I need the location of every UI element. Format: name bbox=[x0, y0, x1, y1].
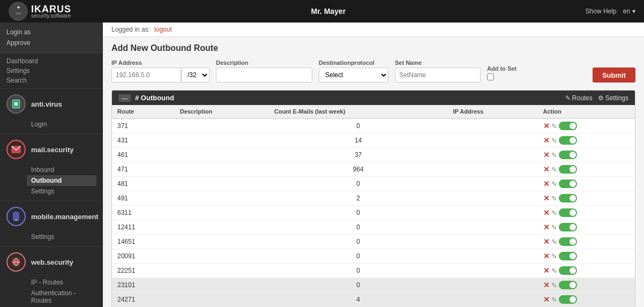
add-to-set-group: Add to Set bbox=[487, 65, 516, 83]
sidebar-item-web[interactable]: web.security bbox=[0, 247, 103, 277]
cell-description bbox=[175, 278, 269, 293]
sidebar-item-mobile[interactable]: mobile.management bbox=[0, 201, 103, 231]
col-ip: IP Address bbox=[447, 105, 537, 118]
cidr-select[interactable]: /32 /24 /16 /8 bbox=[181, 68, 209, 83]
sidebar-search-link[interactable]: Search bbox=[6, 76, 96, 85]
antivirus-sub: Login bbox=[0, 119, 103, 134]
toggle-switch[interactable] bbox=[559, 136, 577, 145]
toggle-switch[interactable] bbox=[559, 208, 577, 217]
set-name-input[interactable] bbox=[395, 68, 481, 83]
antivirus-icon bbox=[6, 94, 26, 114]
table-row: 491 2 ✕ ✎ bbox=[112, 191, 635, 206]
sidebar-item-mail[interactable]: mail.security bbox=[0, 134, 103, 164]
cell-count: 0 bbox=[269, 235, 448, 249]
delete-button[interactable]: ✕ bbox=[543, 237, 550, 246]
edit-button[interactable]: ✎ bbox=[551, 252, 557, 260]
edit-button[interactable]: ✎ bbox=[551, 281, 557, 289]
description-input[interactable] bbox=[216, 68, 312, 83]
edit-button[interactable]: ✎ bbox=[551, 166, 557, 174]
routes-link[interactable]: ✎ Routes bbox=[565, 94, 593, 102]
delete-button[interactable]: ✕ bbox=[543, 208, 550, 217]
toggle-switch[interactable] bbox=[559, 252, 577, 260]
toggle-switch[interactable] bbox=[559, 295, 577, 304]
delete-button[interactable]: ✕ bbox=[543, 194, 550, 203]
toggle-switch[interactable] bbox=[559, 179, 577, 188]
cell-description bbox=[175, 293, 269, 307]
toggle-switch[interactable] bbox=[559, 223, 577, 231]
sidebar-antivirus-login[interactable]: Login bbox=[31, 119, 96, 130]
sidebar-mail-settings-link[interactable]: Settings bbox=[31, 186, 96, 197]
sidebar-approve-link[interactable]: Approve bbox=[6, 38, 96, 48]
cell-route: 481 bbox=[112, 177, 175, 191]
sidebar-item-antivirus[interactable]: anti.virus bbox=[0, 89, 103, 119]
language-selector[interactable]: en ▾ bbox=[623, 8, 635, 15]
col-route: Route bbox=[112, 105, 175, 118]
sidebar-dashboard-link[interactable]: Dashboard bbox=[6, 56, 96, 66]
destination-protocol-label: Destinationprotocol bbox=[319, 59, 388, 66]
table-row: 471 964 ✕ ✎ bbox=[112, 162, 635, 177]
edit-button[interactable]: ✎ bbox=[551, 238, 557, 246]
table-head: Route Description Count E-Mails (last we… bbox=[112, 105, 635, 118]
toggle-switch[interactable] bbox=[559, 151, 577, 159]
sidebar-ip-routes-link[interactable]: IP - Routes bbox=[31, 277, 96, 288]
edit-button[interactable]: ✎ bbox=[551, 194, 557, 203]
show-help-link[interactable]: Show Help bbox=[586, 8, 617, 15]
settings-link[interactable]: ⚙ Settings bbox=[598, 94, 628, 102]
sidebar-settings-link[interactable]: Settings bbox=[6, 66, 96, 76]
delete-button[interactable]: ✕ bbox=[543, 165, 550, 174]
action-group: ✕ ✎ bbox=[543, 208, 630, 217]
edit-button[interactable]: ✎ bbox=[551, 267, 557, 275]
toggle-switch[interactable] bbox=[559, 122, 577, 130]
toggle-switch[interactable] bbox=[559, 165, 577, 174]
edit-button[interactable]: ✎ bbox=[551, 122, 557, 130]
logo: ✦ IKR IKARUS security.software bbox=[9, 2, 71, 21]
sidebar-login-as-link[interactable]: Login as bbox=[6, 27, 96, 38]
description-group: Description bbox=[216, 59, 312, 83]
cell-action: ✕ ✎ bbox=[538, 206, 635, 220]
edit-button[interactable]: ✎ bbox=[551, 209, 557, 217]
cell-route: 24271 bbox=[112, 293, 175, 307]
submit-button[interactable]: Submit bbox=[593, 68, 635, 83]
ip-address-input[interactable] bbox=[111, 68, 181, 83]
toggle-switch[interactable] bbox=[559, 281, 577, 289]
toggle-switch[interactable] bbox=[559, 266, 577, 275]
edit-button[interactable]: ✎ bbox=[551, 180, 557, 188]
sidebar-inbound-link[interactable]: Inbound bbox=[31, 164, 96, 175]
cell-action: ✕ ✎ bbox=[538, 264, 635, 278]
edit-icon: ✎ bbox=[565, 94, 571, 102]
sidebar-mobile-settings-link[interactable]: Settings bbox=[31, 231, 96, 242]
cell-description bbox=[175, 148, 269, 162]
delete-button[interactable]: ✕ bbox=[543, 252, 550, 260]
delete-button[interactable]: ✕ bbox=[543, 136, 550, 145]
edit-button[interactable]: ✎ bbox=[551, 137, 557, 145]
delete-button[interactable]: ✕ bbox=[543, 281, 550, 289]
edit-button[interactable]: ✎ bbox=[551, 296, 557, 304]
collapse-button[interactable]: — bbox=[118, 94, 131, 102]
edit-button[interactable]: ✎ bbox=[551, 151, 557, 159]
table-header-bar: — # Outbound ✎ Routes ⚙ Settings bbox=[112, 91, 635, 105]
cell-route: 14651 bbox=[112, 235, 175, 249]
delete-button[interactable]: ✕ bbox=[543, 122, 550, 130]
cell-route: 471 bbox=[112, 162, 175, 177]
delete-button[interactable]: ✕ bbox=[543, 223, 550, 231]
delete-button[interactable]: ✕ bbox=[543, 179, 550, 188]
cell-ip bbox=[447, 133, 537, 148]
toggle-switch[interactable] bbox=[559, 237, 577, 246]
delete-button[interactable]: ✕ bbox=[543, 295, 550, 304]
sidebar-outbound-link[interactable]: Outbound bbox=[27, 175, 96, 186]
toggle-slider bbox=[559, 179, 577, 188]
delete-button[interactable]: ✕ bbox=[543, 151, 550, 159]
edit-button[interactable]: ✎ bbox=[551, 223, 557, 231]
cell-ip bbox=[447, 206, 537, 220]
sidebar-auth-routes-link[interactable]: Authentication - Routes bbox=[31, 288, 96, 306]
mail-icon bbox=[6, 140, 26, 159]
destination-protocol-select[interactable]: Select bbox=[319, 68, 388, 83]
delete-button[interactable]: ✕ bbox=[543, 266, 550, 275]
cell-count: 0 bbox=[269, 264, 448, 278]
toggle-switch[interactable] bbox=[559, 194, 577, 203]
cell-route: 431 bbox=[112, 133, 175, 148]
logout-link[interactable]: logout bbox=[154, 26, 172, 33]
add-to-set-checkbox[interactable] bbox=[487, 73, 494, 80]
action-group: ✕ ✎ bbox=[543, 165, 630, 174]
action-group: ✕ ✎ bbox=[543, 151, 630, 159]
